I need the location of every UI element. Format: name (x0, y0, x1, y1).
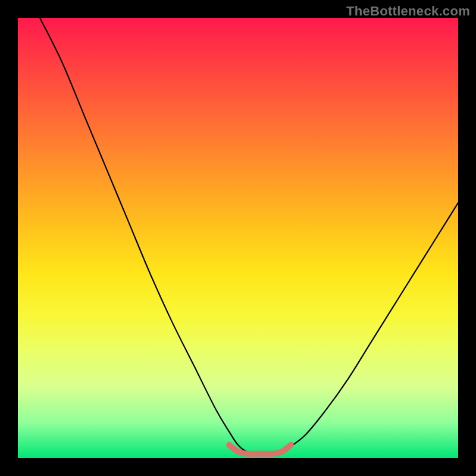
curve-svg (18, 18, 458, 458)
main-curve (40, 18, 458, 454)
chart-frame: TheBottleneck.com (0, 0, 476, 476)
watermark-text: TheBottleneck.com (346, 4, 470, 19)
plot-area (18, 18, 458, 458)
